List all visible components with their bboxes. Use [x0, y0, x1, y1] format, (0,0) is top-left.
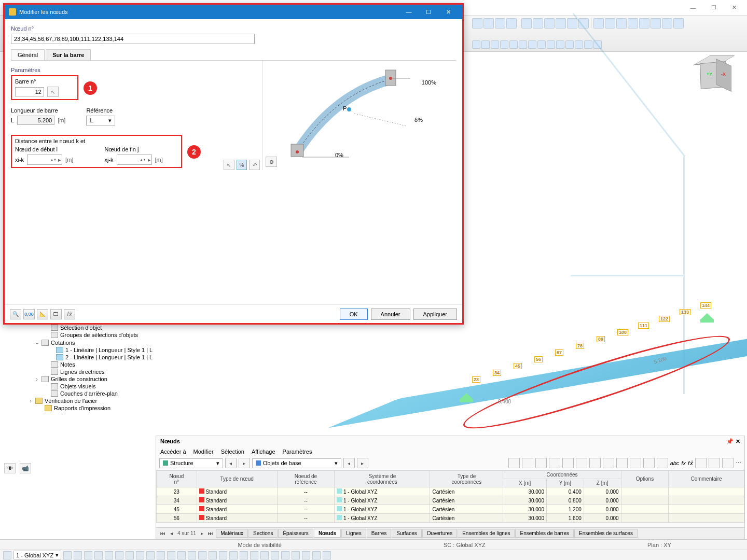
toolbar-icon[interactable]: [491, 40, 499, 49]
tool-icon[interactable]: [562, 458, 574, 468]
coord-system-dropdown[interactable]: 1 - Global XYZ▾: [13, 551, 61, 559]
toolbar-icon[interactable]: [302, 551, 310, 559]
bottom-tab[interactable]: Barres: [367, 529, 391, 538]
tool-icon[interactable]: [508, 458, 520, 468]
tree-item[interactable]: Notes: [26, 361, 153, 368]
nav-prev-icon[interactable]: ◂: [225, 458, 237, 468]
close-icon[interactable]: ✕: [736, 438, 740, 445]
toolbar-icon[interactable]: [519, 40, 527, 49]
ok-button[interactable]: OK: [340, 309, 368, 320]
tree-item[interactable]: Lignes directrices: [26, 368, 153, 375]
dialog-maximize-button[interactable]: ☐: [419, 6, 438, 18]
toolbar-icon[interactable]: [537, 40, 546, 49]
tool-icon[interactable]: [657, 458, 668, 468]
toolbar-icon[interactable]: [177, 551, 186, 559]
toolbar-icon[interactable]: [616, 18, 627, 29]
toolbar-icon[interactable]: [198, 551, 206, 559]
toolbar-icon[interactable]: [209, 551, 217, 559]
toolbar-icon[interactable]: [605, 18, 615, 29]
search-icon[interactable]: 🔍: [10, 309, 21, 319]
tree-item[interactable]: 2 - Linéaire | Longueur | Style 1 | L: 5…: [26, 354, 153, 361]
bottom-tab[interactable]: Ensembles de barres: [515, 529, 574, 538]
toolbar-icon[interactable]: [521, 18, 532, 29]
main-close-button[interactable]: ✕: [724, 1, 745, 14]
panel-menu-item[interactable]: Sélection: [221, 449, 244, 455]
toolbar-icon[interactable]: [506, 18, 517, 29]
toolbar-icon[interactable]: [528, 40, 536, 49]
tool-icon[interactable]: [643, 458, 655, 468]
table-row[interactable]: 56 Standard-- 1 - Global XYZCartésien30.…: [157, 514, 744, 523]
tree-item[interactable]: Sélection d'objet: [26, 324, 153, 331]
toolbar-icon[interactable]: [472, 18, 482, 29]
first-icon[interactable]: ⏮: [158, 530, 168, 536]
tool-icon[interactable]: [616, 458, 628, 468]
toolbar-icon[interactable]: [126, 551, 134, 559]
node-number-input[interactable]: [11, 34, 255, 44]
units-icon[interactable]: 0,00: [23, 309, 35, 319]
reference-select[interactable]: L▾: [86, 116, 115, 125]
tool-icon[interactable]: [722, 458, 734, 468]
toolbar-icon[interactable]: [673, 18, 684, 29]
tree-item[interactable]: ›Vérification de l'acier: [26, 397, 153, 404]
panel-menu-item[interactable]: Affichage: [252, 449, 275, 455]
table-row[interactable]: 34 Standard-- 1 - Global XYZCartésien30.…: [157, 496, 744, 505]
panel-icon[interactable]: 📹: [20, 463, 31, 473]
panel-menu-item[interactable]: Modifier: [193, 449, 214, 455]
toolbar-icon[interactable]: [483, 18, 494, 29]
dialog-titlebar[interactable]: Modifier les nœuds — ☐ ✕: [5, 5, 462, 19]
tool-icon[interactable]: [695, 458, 707, 468]
next-icon[interactable]: ▸: [199, 530, 205, 536]
toolbar-icon[interactable]: [544, 18, 555, 29]
toolbar-icon[interactable]: [281, 551, 289, 559]
undo-icon[interactable]: ↶: [249, 160, 260, 170]
toolbar-icon[interactable]: [94, 551, 103, 559]
panel-menu-item[interactable]: Accéder à: [160, 449, 186, 455]
toolbar-icon[interactable]: [260, 551, 269, 559]
toolbar-icon[interactable]: [584, 40, 592, 49]
end-distance-input[interactable]: ▲▼▸: [117, 155, 152, 165]
pick-icon[interactable]: ↖: [224, 160, 234, 170]
tool-icon[interactable]: [535, 458, 547, 468]
bottom-tab[interactable]: Surfaces: [392, 529, 421, 538]
bottom-tab[interactable]: Ensembles de lignes: [458, 529, 515, 538]
toolbar-icon[interactable]: [662, 18, 672, 29]
toolbar-icon[interactable]: [229, 551, 238, 559]
panel-menu-item[interactable]: Paramètres: [283, 449, 312, 455]
tree-item[interactable]: Couches d'arrière-plan: [26, 390, 153, 397]
toolbar-icon[interactable]: [472, 40, 480, 49]
bottom-tab[interactable]: Matériaux: [216, 529, 248, 538]
toolbar-icon[interactable]: [167, 551, 175, 559]
tree-item[interactable]: 1 - Linéaire | Longueur | Style 1 | L: 0…: [26, 346, 153, 354]
tool-icon[interactable]: [522, 458, 533, 468]
main-minimize-button[interactable]: —: [683, 1, 703, 14]
nodes-table[interactable]: Nœud n° Type de nœud Noeud de référence …: [156, 470, 744, 523]
tool-icon[interactable]: [603, 458, 614, 468]
toolbar-icon[interactable]: [556, 18, 566, 29]
dialog-minimize-button[interactable]: —: [399, 6, 419, 18]
bar-number-input[interactable]: [15, 87, 44, 96]
structure-dropdown[interactable]: Structure▾: [159, 458, 223, 468]
toolbar-icon[interactable]: [271, 551, 279, 559]
tree-item[interactable]: Objets visuels: [26, 383, 153, 390]
toolbar-icon[interactable]: [556, 40, 564, 49]
fx-icon[interactable]: fx̄: [64, 309, 75, 319]
dialog-close-button[interactable]: ✕: [438, 6, 458, 18]
toolbar-icon[interactable]: [567, 18, 577, 29]
nav-prev-icon[interactable]: ◂: [343, 458, 355, 468]
toolbar-icon[interactable]: [219, 551, 227, 559]
toolbar-icon[interactable]: [565, 40, 574, 49]
navigator-tree[interactable]: Sélection d'objetGroupes de sélections d…: [26, 324, 153, 412]
toolbar-icon[interactable]: [250, 551, 258, 559]
pin-icon[interactable]: 📌: [726, 438, 734, 445]
bottom-tab[interactable]: Sections: [248, 529, 278, 538]
toolbar-icon[interactable]: [115, 551, 123, 559]
toolbar-icon[interactable]: [312, 551, 321, 559]
toolbar-icon[interactable]: [74, 551, 82, 559]
toolbar-icon[interactable]: [146, 551, 155, 559]
toolbar-icon[interactable]: [639, 18, 649, 29]
bottom-tab[interactable]: Lignes: [341, 529, 366, 538]
coord-icon[interactable]: 📐: [37, 309, 48, 319]
toolbar-icon[interactable]: [240, 551, 248, 559]
bottom-tab[interactable]: Ensembles de surfaces: [574, 529, 638, 538]
toolbar-icon[interactable]: [481, 40, 490, 49]
